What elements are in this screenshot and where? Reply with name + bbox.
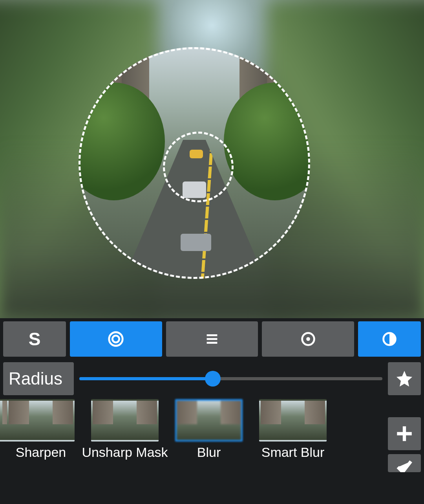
image-canvas[interactable] xyxy=(0,0,424,318)
star-icon xyxy=(395,369,414,388)
focus-area[interactable] xyxy=(79,47,310,279)
check-icon xyxy=(395,456,414,472)
slider-fill xyxy=(79,377,213,380)
mode-point-button[interactable] xyxy=(262,321,354,357)
filter-thumb xyxy=(91,399,159,442)
filter-thumb xyxy=(175,399,243,442)
half-circle-icon xyxy=(380,330,398,348)
plus-icon xyxy=(395,424,414,444)
filter-label: Unsharp Mask xyxy=(82,445,168,460)
filter-item-unsharp-mask[interactable]: Unsharp Mask xyxy=(88,399,162,460)
lines-icon xyxy=(203,330,221,348)
mode-linear-button[interactable] xyxy=(166,321,258,357)
mode-radial-button[interactable] xyxy=(70,321,162,357)
target-icon xyxy=(107,330,125,348)
slider-thumb[interactable] xyxy=(205,371,221,387)
svg-point-0 xyxy=(109,332,123,346)
letter-s-icon: S xyxy=(29,328,41,350)
dot-circle-icon xyxy=(299,330,317,348)
filter-scroll[interactable]: ise Sharpen Unsharp Mask Blur Smart Blur xyxy=(0,399,330,460)
filter-thumb xyxy=(7,399,75,442)
slider-label: Radius xyxy=(3,362,74,395)
confirm-button[interactable] xyxy=(388,454,421,472)
filter-item-smart-blur[interactable]: Smart Blur xyxy=(256,399,330,460)
svg-point-1 xyxy=(113,335,119,342)
mode-bar: S xyxy=(0,318,424,360)
filter-item-sharpen[interactable]: Sharpen xyxy=(4,399,78,460)
controls-panel: S Radius xyxy=(0,318,424,504)
filter-thumb xyxy=(259,399,327,442)
mode-contrast-button[interactable] xyxy=(358,321,421,357)
favorite-button[interactable] xyxy=(388,362,421,395)
filter-row: ise Sharpen Unsharp Mask Blur Smart Blur xyxy=(0,398,424,472)
filter-label: Blur xyxy=(197,445,221,460)
side-actions xyxy=(388,417,421,472)
svg-point-6 xyxy=(306,337,310,341)
filter-label: Sharpen xyxy=(16,445,66,460)
filter-label: Smart Blur xyxy=(261,445,325,460)
slider-row: Radius xyxy=(0,360,424,398)
radius-slider[interactable] xyxy=(79,377,382,380)
add-button[interactable] xyxy=(388,417,421,450)
filter-item-blur[interactable]: Blur xyxy=(172,399,246,460)
mode-s-button[interactable]: S xyxy=(3,321,66,357)
